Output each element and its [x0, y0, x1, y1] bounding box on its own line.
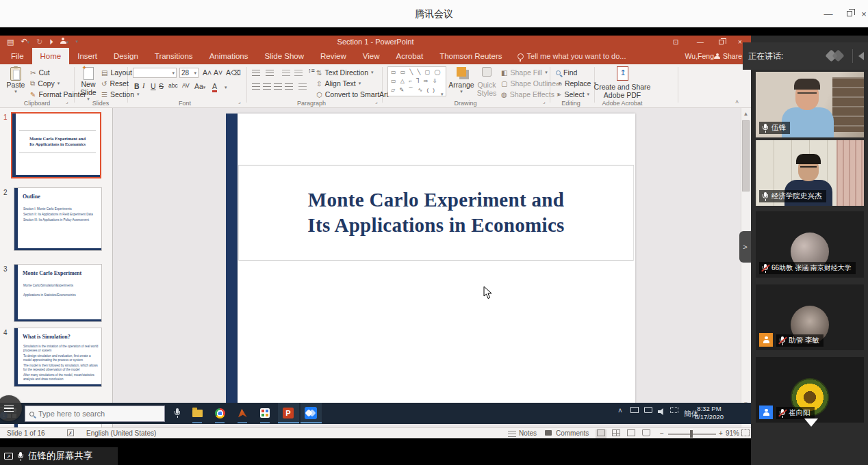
- section-button[interactable]: ☰Section▾: [101, 90, 140, 98]
- fit-to-window-icon[interactable]: [741, 429, 750, 436]
- create-pdf-button[interactable]: Create and Share Adobe PDF: [590, 66, 654, 99]
- notes-button[interactable]: Notes: [519, 429, 537, 437]
- touch-keyboard-icon[interactable]: [670, 407, 678, 413]
- taskbar-search-box[interactable]: [25, 406, 165, 422]
- bold-button[interactable]: B: [134, 82, 140, 90]
- slide-canvas[interactable]: [238, 114, 635, 408]
- cut-button[interactable]: ✂Cut: [30, 68, 50, 77]
- font-color-dropdown-icon[interactable]: ▾: [225, 85, 227, 90]
- increase-indent-icon[interactable]: [294, 70, 303, 76]
- scroll-down-more-participants-icon[interactable]: [804, 418, 818, 427]
- collapse-ribbon-icon[interactable]: ˄: [735, 98, 739, 105]
- reset-button[interactable]: ↺Reset: [101, 79, 129, 88]
- tray-input-indicator-icon[interactable]: [630, 407, 639, 413]
- text-shadow-button[interactable]: abc: [168, 82, 178, 89]
- video-tile-participant-2[interactable]: 经济学院史兴杰: [756, 140, 864, 206]
- find-button[interactable]: Find: [556, 68, 577, 77]
- spell-check-icon[interactable]: ✗: [67, 429, 74, 436]
- align-center-icon[interactable]: [263, 83, 271, 90]
- slide-thumbnail-3[interactable]: Monte Carlo Experiment Monte Carlo/Simul…: [14, 264, 102, 322]
- shrink-font-button[interactable]: A˅: [214, 68, 222, 77]
- search-input[interactable]: [38, 410, 148, 418]
- network-icon[interactable]: [644, 407, 652, 413]
- sidebar-collapse-handle[interactable]: >: [739, 231, 751, 263]
- tab-view[interactable]: View: [355, 48, 388, 64]
- font-color-button[interactable]: A: [212, 82, 217, 92]
- arrange-button[interactable]: Arrange ▾: [449, 67, 474, 94]
- text-direction-button[interactable]: ⇅Text Direction▾: [316, 68, 374, 77]
- layout-button[interactable]: ▤Layout▾: [101, 68, 138, 77]
- change-case-button[interactable]: Aa▾: [194, 82, 205, 90]
- zoom-slider-thumb[interactable]: [690, 430, 693, 438]
- shape-gallery[interactable]: ▭ ▭ ╲ ╲ ▢ ◯ ▭ △ ⌐ Ꞁ ⇨ ⇩ ▱ ✎ ⌒ ∿ ( ): [387, 66, 446, 96]
- zoom-out-icon[interactable]: −: [660, 429, 664, 437]
- tab-animations[interactable]: Animations: [201, 48, 257, 64]
- shape-fill-button[interactable]: ◧Shape Fill▾: [501, 68, 548, 77]
- numbering-icon[interactable]: [266, 70, 274, 76]
- italic-button[interactable]: I: [142, 82, 145, 90]
- tab-slideshow[interactable]: Slide Show: [257, 48, 313, 64]
- powerpoint-taskbar-button[interactable]: P: [278, 403, 299, 424]
- tab-file[interactable]: File: [3, 48, 32, 64]
- font-name-combo[interactable]: ▾: [133, 68, 177, 78]
- slide-thumbnail-2[interactable]: Outline Section I: Monte Carlo Experimen…: [14, 187, 102, 251]
- grow-font-button[interactable]: A˄: [203, 68, 212, 77]
- volume-icon[interactable]: [658, 408, 665, 415]
- slide-sorter-view-icon[interactable]: [612, 429, 620, 436]
- shape-effects-button[interactable]: ◍Shape Effects▾: [501, 90, 559, 98]
- tray-show-hidden-icons[interactable]: ˄: [618, 407, 622, 414]
- tab-design[interactable]: Design: [105, 48, 146, 64]
- video-tile-participant-1[interactable]: 伍锋: [756, 72, 864, 137]
- close-button[interactable]: ×: [860, 0, 868, 27]
- line-spacing-icon[interactable]: ↕≡: [308, 67, 315, 74]
- file-explorer-icon[interactable]: [191, 407, 203, 419]
- ribbon-display-options-icon[interactable]: ⊡: [667, 36, 685, 48]
- align-left-icon[interactable]: [252, 83, 260, 90]
- paragraph-dialog-launcher[interactable]: ⌟: [375, 98, 378, 105]
- video-tile-participant-4[interactable]: 助管 李敏: [756, 284, 864, 350]
- scrollbar-thumb[interactable]: [742, 120, 750, 191]
- account-name[interactable]: Wu,Feng: [685, 48, 714, 64]
- justify-icon[interactable]: [285, 83, 293, 90]
- tab-thomson-reuters[interactable]: Thomson Reuters: [431, 48, 510, 64]
- new-slide-button[interactable]: New Slide ▾: [77, 67, 100, 102]
- sidebar-expand-icon[interactable]: [858, 52, 864, 60]
- copy-button[interactable]: ⧉Copy▾: [30, 79, 60, 88]
- strikethrough-button[interactable]: S: [159, 82, 164, 90]
- tab-review[interactable]: Review: [312, 48, 355, 64]
- tab-acrobat[interactable]: Acrobat: [388, 48, 432, 64]
- tencent-meeting-taskbar-button[interactable]: [301, 403, 322, 424]
- scroll-up-icon[interactable]: ▲: [741, 109, 750, 118]
- tab-insert[interactable]: Insert: [69, 48, 105, 64]
- ppt-restore-button[interactable]: [712, 36, 730, 48]
- align-right-icon[interactable]: [274, 83, 282, 90]
- shape-gallery-more-icon[interactable]: ▾: [441, 92, 444, 97]
- tab-home[interactable]: Home: [32, 48, 70, 64]
- paste-button[interactable]: Paste ▾: [4, 67, 27, 94]
- taskbar-clock[interactable]: 8:32 PM 8/17/2020: [695, 405, 724, 421]
- slide-thumbnail-4[interactable]: What is Simulation? Simulation is the im…: [14, 328, 102, 387]
- grid-app-icon[interactable]: [259, 407, 271, 419]
- tell-me-box[interactable]: Tell me what you want to do...: [511, 48, 633, 64]
- slideshow-view-icon[interactable]: [642, 429, 650, 436]
- zoom-in-icon[interactable]: +: [719, 429, 723, 437]
- character-spacing-button[interactable]: AV: [182, 82, 190, 89]
- quick-styles-button[interactable]: Quick Styles: [475, 67, 498, 97]
- zoom-level[interactable]: 91%: [726, 429, 739, 437]
- matlab-icon[interactable]: [236, 407, 248, 419]
- slide-thumbnail-1[interactable]: Monte Carlo Experiment and Its Applicati…: [11, 112, 101, 178]
- minimize-button[interactable]: —: [818, 0, 839, 27]
- ppt-minimize-button[interactable]: —: [691, 36, 709, 48]
- voice-input-mic-icon[interactable]: [171, 407, 183, 419]
- convert-to-smartart-button[interactable]: ⬡Convert to SmartArt: [316, 90, 389, 98]
- decrease-indent-icon[interactable]: [282, 70, 290, 76]
- reading-view-icon[interactable]: [627, 429, 635, 436]
- align-text-button[interactable]: ⇳Align Text▾: [316, 79, 361, 88]
- shape-outline-button[interactable]: ▢Shape Outline▾: [501, 79, 561, 88]
- font-size-combo[interactable]: 28▾: [179, 68, 199, 78]
- normal-view-icon[interactable]: [597, 429, 605, 436]
- columns-icon[interactable]: [298, 83, 307, 90]
- video-tile-participant-5[interactable]: 崔向阳: [756, 357, 864, 423]
- video-tile-participant-3[interactable]: 66助教 张涵 南京财经大学: [756, 211, 864, 278]
- select-button[interactable]: ➢Select▾: [556, 90, 589, 98]
